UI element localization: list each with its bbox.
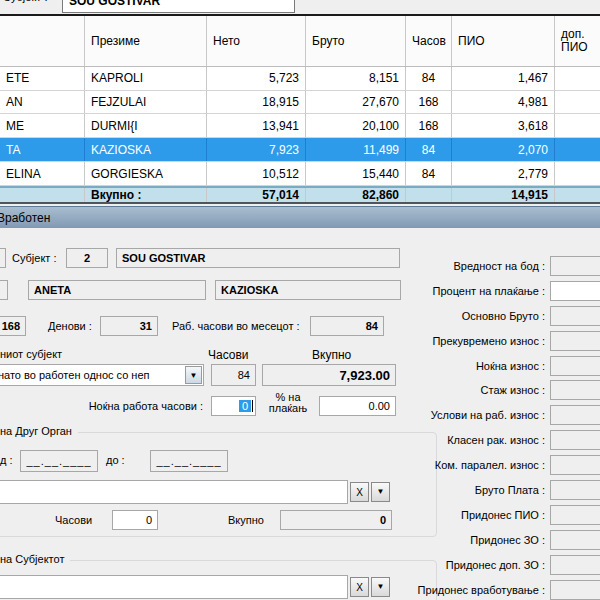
cell-pio: 3,618 — [452, 114, 555, 137]
total-pio: 14,915 — [452, 188, 555, 202]
other-organ-combobox[interactable] — [0, 480, 348, 504]
dropdown-button[interactable]: ▼ — [185, 366, 202, 384]
group1-caption: ниот субјект — [0, 348, 62, 360]
night-hours-input[interactable]: 0 — [211, 396, 256, 416]
percent-pay-label-line2: плаќањ — [269, 402, 307, 414]
field-label: Класен рак. износ : — [408, 434, 545, 446]
total-bruto: 82,860 — [306, 188, 406, 202]
cell-hours: 84 — [406, 138, 452, 161]
subject-label-top: Субјект : — [3, 0, 48, 3]
subject-name-field: SOU GOSTIVAR — [116, 248, 400, 268]
cell-neto: 13,941 — [207, 114, 306, 137]
last-name-field: KAZIOSKA — [215, 280, 401, 300]
value-field — [550, 555, 600, 575]
table-row[interactable]: AN FEJZULAI 18,915 27,670 168 4,981 — [0, 91, 600, 115]
panel-row: Придонес вработување : — [408, 580, 600, 600]
days-field: 31 — [100, 316, 158, 336]
total-dop-pio — [555, 188, 600, 202]
cell-name: AN — [0, 91, 85, 114]
panel-row: Класен рак. износ : — [408, 430, 600, 450]
panel-row: Вредност на бод : — [408, 256, 600, 276]
cell-bruto: 11,499 — [306, 138, 406, 161]
subject-code-field: 2 — [66, 248, 108, 268]
value-field — [550, 356, 600, 376]
chevron-down-icon: ▼ — [377, 583, 385, 591]
subject-field-top[interactable]: SOU GOSTIVAR — [62, 0, 295, 13]
table-header-row: Презиме Нето Бруто Часов ПИО доп. ПИО — [0, 16, 600, 67]
table-row[interactable]: ME DURMI{I 13,941 20,100 168 3,618 — [0, 114, 600, 138]
hours2-input[interactable]: 0 — [112, 510, 158, 530]
clear-icon: X — [356, 582, 363, 593]
table-row[interactable]: ETE KAPROLI 5,723 8,151 84 1,467 — [0, 67, 600, 91]
panel-row: Ноќна износ : — [408, 356, 600, 376]
employee-window-titlebar: Вработен — [0, 206, 600, 228]
value-field — [550, 331, 600, 351]
value-field — [550, 455, 600, 475]
to-label: до : — [106, 454, 125, 466]
value-input[interactable] — [550, 281, 600, 301]
field-label: Вредност на бод : — [408, 260, 545, 272]
cropped-field-b — [0, 280, 8, 300]
days-label: Денови : — [48, 320, 92, 332]
cell-neto: 18,915 — [207, 91, 306, 114]
date-from-input[interactable]: __.__.____ — [20, 450, 98, 472]
panel-row: Бруто Плата : — [408, 480, 600, 500]
night-work-label: Ноќна работа часови : — [58, 400, 203, 412]
panel-row: Процент на плаќање : — [408, 281, 600, 301]
value-field — [550, 530, 600, 550]
table-row-selected[interactable]: TA KAZIOSKA 7,923 11,499 84 2,070 — [0, 138, 600, 162]
table-row[interactable]: ELINA GORGIESKA 10,512 15,440 84 2,779 — [0, 162, 600, 186]
date-to-input[interactable]: __.__.____ — [150, 450, 228, 472]
cell-bruto: 27,670 — [306, 91, 406, 114]
subject-group-caption: на Субјектот — [0, 553, 70, 565]
cell-surname: KAPROLI — [85, 67, 207, 90]
chevron-down-icon: ▼ — [377, 488, 385, 496]
hours-column-label: Часови — [208, 348, 249, 362]
cell-dop-pio — [555, 67, 600, 90]
employment-total-field: 7,923.00 — [262, 364, 396, 386]
selected-text: 0 — [239, 400, 251, 412]
value-field — [550, 380, 600, 400]
from-label: д : — [0, 454, 13, 466]
cell-dop-pio — [555, 162, 600, 185]
work-hours-label: Раб. часови во месецот : — [172, 320, 300, 332]
amounts-panel: Вредност на бод : Процент на плаќање : О… — [408, 256, 600, 600]
clear-button[interactable]: X — [350, 482, 369, 502]
total2-label: Вкупно — [228, 514, 264, 526]
header-dop-pio: доп. ПИО — [555, 16, 600, 66]
employment-hours-field: 84 — [211, 364, 256, 386]
work-hours-field: 84 — [310, 316, 384, 336]
panel-row: Услови на раб. износ : — [408, 405, 600, 425]
top-strip: Субјект : SOU GOSTIVAR — [0, 0, 600, 14]
cell-neto: 5,723 — [207, 67, 306, 90]
dropdown-button[interactable]: ▼ — [371, 482, 390, 502]
cell-dop-pio — [555, 91, 600, 114]
subject-label: Субјект : — [12, 252, 57, 264]
field-label: Основно Бруто : — [408, 310, 545, 322]
cell-pio: 2,779 — [452, 162, 555, 185]
clear-button[interactable]: X — [350, 577, 369, 597]
cell-pio: 2,070 — [452, 138, 555, 161]
employee-form: Субјект : 2 SOU GOSTIVAR ANETA KAZIOSKA … — [0, 228, 600, 600]
employment-type-combobox[interactable]: нато во работен однос со неп ▼ — [0, 364, 204, 386]
value-field — [550, 430, 600, 450]
cell-dop-pio — [555, 114, 600, 137]
header-bruto: Бруто — [306, 16, 406, 66]
month-hours-field: 168 — [0, 316, 26, 336]
percent-pay-label: % на плаќањ — [260, 392, 316, 414]
header-hours: Часов — [406, 16, 452, 66]
value-field — [550, 580, 600, 600]
subject-combobox[interactable] — [0, 575, 348, 599]
percent-pay-input[interactable]: 0.00 — [319, 396, 396, 416]
first-name-field: ANETA — [28, 280, 206, 300]
total-neto: 57,014 — [207, 188, 306, 202]
field-label: Прекувремено износ : — [408, 335, 545, 347]
dropdown-button[interactable]: ▼ — [371, 577, 390, 597]
app-window: Субјект : SOU GOSTIVAR Презиме Нето Брут… — [0, 0, 600, 600]
chevron-down-icon: ▼ — [190, 371, 198, 380]
value-field — [550, 405, 600, 425]
header-surname: Презиме — [85, 16, 207, 66]
cell-bruto: 15,440 — [306, 162, 406, 185]
field-label: Придонес ПИО : — [408, 509, 545, 521]
value-field — [550, 256, 600, 276]
